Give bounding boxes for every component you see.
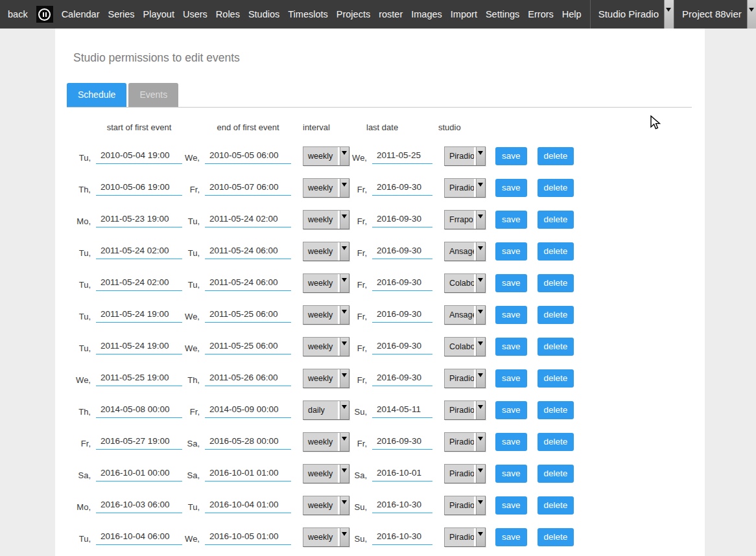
interval-select[interactable]: weekly — [303, 337, 349, 356]
delete-button[interactable]: delete — [537, 179, 574, 197]
save-button[interactable]: save — [495, 306, 527, 324]
studio-select[interactable]: Studio Piradio — [590, 0, 674, 29]
end-of-first-event-input[interactable] — [205, 275, 291, 291]
studio-select[interactable]: Colabo — [444, 273, 486, 293]
delete-button[interactable]: delete — [537, 369, 574, 388]
start-of-first-event-input[interactable] — [96, 211, 182, 227]
save-button[interactable]: save — [495, 401, 527, 419]
end-of-first-event-input[interactable] — [205, 338, 291, 354]
start-of-first-event-input[interactable] — [96, 148, 182, 164]
chevron-down-icon[interactable] — [340, 528, 349, 546]
chevron-down-icon[interactable] — [747, 0, 756, 29]
nav-item-errors[interactable]: Errors — [528, 9, 553, 19]
chevron-down-icon[interactable] — [340, 211, 349, 229]
delete-button[interactable]: delete — [537, 242, 574, 261]
chevron-down-icon[interactable] — [476, 242, 485, 261]
studio-select[interactable]: Piradio — [444, 146, 486, 166]
interval-select[interactable]: weekly — [303, 273, 349, 293]
save-button[interactable]: save — [495, 274, 527, 292]
nav-item-playout[interactable]: Playout — [143, 9, 174, 19]
chevron-down-icon[interactable] — [340, 179, 349, 197]
tab-events[interactable]: Events — [128, 83, 178, 107]
last-date-input[interactable] — [372, 243, 432, 259]
studio-select[interactable]: Piradio — [444, 527, 486, 547]
delete-button[interactable]: delete — [537, 211, 574, 229]
interval-select[interactable]: weekly — [303, 432, 349, 452]
chevron-down-icon[interactable] — [340, 369, 349, 388]
delete-button[interactable]: delete — [537, 496, 574, 515]
end-of-first-event-input[interactable] — [205, 370, 291, 386]
chevron-down-icon[interactable] — [476, 274, 485, 292]
start-of-first-event-input[interactable] — [96, 180, 182, 196]
delete-button[interactable]: delete — [537, 274, 574, 292]
chevron-down-icon[interactable] — [340, 338, 349, 356]
save-button[interactable]: save — [495, 179, 527, 197]
end-of-first-event-input[interactable] — [205, 402, 291, 418]
interval-select[interactable]: weekly — [303, 146, 349, 166]
nav-item-settings[interactable]: Settings — [486, 9, 519, 19]
delete-button[interactable]: delete — [537, 433, 574, 451]
start-of-first-event-input[interactable] — [96, 402, 182, 418]
save-button[interactable]: save — [495, 465, 527, 483]
chevron-down-icon[interactable] — [476, 179, 485, 197]
chevron-down-icon[interactable] — [476, 465, 485, 483]
last-date-input[interactable] — [372, 180, 432, 196]
chevron-down-icon[interactable] — [476, 338, 485, 356]
end-of-first-event-input[interactable] — [205, 497, 291, 513]
chevron-down-icon[interactable] — [340, 496, 349, 515]
last-date-input[interactable] — [372, 307, 432, 323]
studio-select[interactable]: Piradio — [444, 432, 486, 452]
nav-item-series[interactable]: Series — [108, 9, 134, 19]
last-date-input[interactable] — [372, 465, 432, 481]
save-button[interactable]: save — [495, 433, 527, 451]
last-date-input[interactable] — [372, 497, 432, 513]
interval-select[interactable]: weekly — [303, 369, 349, 388]
end-of-first-event-input[interactable] — [205, 180, 291, 196]
save-button[interactable]: save — [495, 147, 527, 165]
save-button[interactable]: save — [495, 369, 527, 388]
end-of-first-event-input[interactable] — [205, 307, 291, 323]
save-button[interactable]: save — [495, 338, 527, 356]
nav-item-back[interactable]: back — [8, 9, 28, 19]
start-of-first-event-input[interactable] — [96, 497, 182, 513]
interval-select[interactable]: weekly — [303, 210, 349, 229]
save-button[interactable]: save — [495, 242, 527, 261]
studio-select[interactable]: Colabo — [444, 337, 486, 356]
nav-item-import[interactable]: Import — [451, 9, 477, 19]
studio-select[interactable]: Piradio — [444, 464, 486, 483]
chevron-down-icon[interactable] — [476, 401, 485, 419]
nav-item-images[interactable]: Images — [411, 9, 442, 19]
save-button[interactable]: save — [495, 211, 527, 229]
last-date-input[interactable] — [372, 402, 432, 418]
studio-select[interactable]: Ansage — [444, 305, 486, 325]
delete-button[interactable]: delete — [537, 465, 574, 483]
delete-button[interactable]: delete — [537, 147, 574, 165]
chevron-down-icon[interactable] — [340, 274, 349, 292]
chevron-down-icon[interactable] — [340, 242, 349, 261]
last-date-input[interactable] — [372, 370, 432, 386]
chevron-down-icon[interactable] — [476, 306, 485, 324]
interval-select[interactable]: weekly — [303, 242, 349, 261]
end-of-first-event-input[interactable] — [205, 465, 291, 481]
start-of-first-event-input[interactable] — [96, 275, 182, 291]
project-select[interactable]: Project 88vier — [674, 0, 756, 29]
last-date-input[interactable] — [372, 211, 432, 227]
end-of-first-event-input[interactable] — [205, 243, 291, 259]
chevron-down-icon[interactable] — [340, 147, 349, 165]
last-date-input[interactable] — [372, 434, 432, 450]
chevron-down-icon[interactable] — [664, 0, 674, 29]
chevron-down-icon[interactable] — [340, 401, 349, 419]
chevron-down-icon[interactable] — [476, 496, 485, 515]
end-of-first-event-input[interactable] — [205, 211, 291, 227]
studio-select[interactable]: Piradio — [444, 496, 486, 515]
nav-item-help[interactable]: Help — [562, 9, 582, 19]
chevron-down-icon[interactable] — [476, 147, 485, 165]
nav-item-studios[interactable]: Studios — [248, 9, 279, 19]
nav-item-roster[interactable]: roster — [379, 9, 403, 19]
save-button[interactable]: save — [495, 496, 527, 515]
end-of-first-event-input[interactable] — [205, 148, 291, 164]
chevron-down-icon[interactable] — [476, 528, 485, 546]
nav-item-calendar[interactable]: Calendar — [62, 9, 100, 19]
nav-item-roles[interactable]: Roles — [216, 9, 240, 19]
chevron-down-icon[interactable] — [476, 369, 485, 388]
